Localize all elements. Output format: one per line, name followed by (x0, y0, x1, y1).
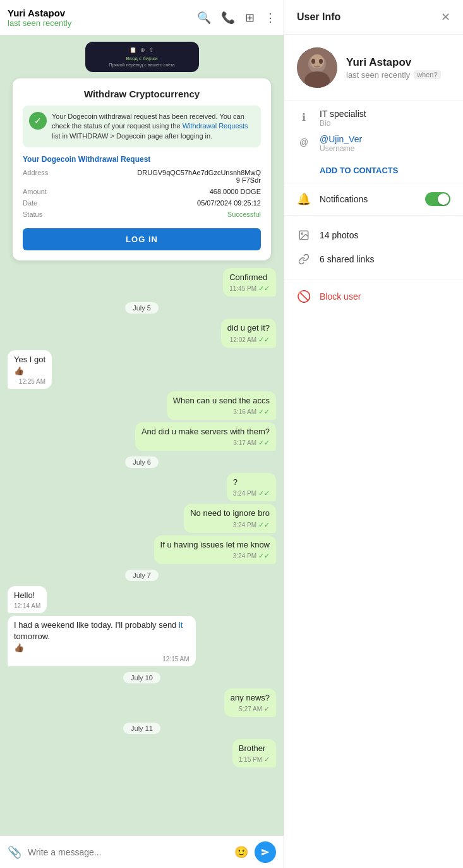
message-bubble: Brother 1:15 PM ✓ (232, 739, 276, 767)
success-text: Your Dogecoin withdrawal request has bee… (52, 112, 255, 141)
info-section: ℹ IT specialist Bio @ @Ujin_Ver Username… (284, 101, 463, 183)
avatar-image (297, 47, 337, 88)
date-divider: July 11 (8, 722, 276, 734)
bio-row: ℹ IT specialist Bio (297, 109, 450, 128)
chat-contact-name: Yuri Astapov (8, 8, 192, 18)
message-row: Yes I got👍🏾 12:25 AM (8, 350, 276, 389)
message-text: any news? (231, 692, 270, 704)
message-row: did u get it? 12:02 AM ✓✓ (8, 319, 276, 347)
date-badge: July 10 (123, 672, 160, 683)
crypto-status-row: Status Successful (23, 211, 261, 218)
message-meta: 3:24 PM ✓✓ (233, 489, 270, 498)
message-time: 12:15 AM (162, 656, 189, 663)
message-bubble: Hello! 12:14 AM (8, 586, 47, 613)
more-icon[interactable]: ⋮ (265, 11, 276, 25)
message-row: Brother 1:15 PM ✓ (8, 739, 276, 767)
message-time: 12:14 AM (14, 602, 40, 609)
photos-label: 14 photos (320, 230, 359, 240)
login-button[interactable]: LOG IN (23, 228, 261, 250)
when-badge[interactable]: when? (414, 70, 440, 79)
date-value: 05/07/2024 09:25:12 (197, 199, 261, 207)
check-icon: ✓✓ (258, 489, 270, 498)
links-label: 6 shared links (320, 254, 374, 264)
message-text: Confirmed (229, 272, 270, 283)
chat-input-bar: 📎 🙂 (0, 835, 284, 868)
username-row: @ @Ujin_Ver Username (297, 134, 450, 153)
message-bubble: I had a weekend like today. I'll probabl… (8, 616, 196, 666)
attach-icon[interactable]: 📎 (8, 845, 21, 859)
photos-row[interactable]: 14 photos (297, 223, 450, 247)
bell-icon: 🔔 (297, 192, 311, 206)
crypto-amount-row: Amount 468.0000 DOGE (23, 188, 261, 195)
message-meta: 1:15 PM ✓ (239, 755, 270, 764)
info-circle-icon: ℹ (297, 110, 311, 124)
chat-header: Yuri Astapov last seen recently 🔍 📞 ⊞ ⋮ (0, 0, 284, 35)
layout-icon[interactable]: ⊞ (245, 11, 255, 25)
user-profile-section: Yuri Astapov last seen recently when? (284, 35, 463, 101)
address-value: DRUGV9qQC57hAe7dGzcUnsnh8MwQ9 F7Sdr (135, 169, 261, 184)
bio-content: IT specialist Bio (320, 109, 366, 128)
message-text: When can u send the accs (173, 395, 270, 406)
date-divider: July 5 (8, 302, 276, 314)
chat-panel: Yuri Astapov last seen recently 🔍 📞 ⊞ ⋮ … (0, 0, 284, 868)
add-to-contacts-button[interactable]: ADD TO CONTACTS (297, 159, 450, 175)
message-time: 5:27 AM (239, 706, 262, 712)
message-time: 3:17 AM (233, 439, 256, 446)
phone-icon[interactable]: 📞 (221, 11, 235, 25)
check-icon: ✓✓ (258, 521, 270, 529)
check-icon: ✓✓ (258, 439, 270, 447)
crypto-success-box: ✓ Your Dogecoin withdrawal request has b… (23, 106, 261, 147)
block-label: Block user (320, 291, 361, 302)
avatar-svg (297, 47, 337, 88)
amount-value: 468.0000 DOGE (210, 188, 261, 195)
message-row: ? 3:24 PM ✓✓ (8, 473, 276, 501)
send-button[interactable] (255, 841, 276, 863)
message-meta: 12:15 AM (14, 656, 189, 663)
message-text: did u get it? (227, 322, 270, 334)
message-text: Yes I got👍🏾 (14, 354, 45, 377)
message-row: If u having issues let me know 3:24 PM ✓… (8, 535, 276, 564)
date-badge: July 11 (123, 723, 160, 734)
profile-info: Yuri Astapov last seen recently when? (346, 56, 441, 80)
notifications-section: 🔔 Notifications (284, 183, 463, 216)
notifications-toggle[interactable] (425, 192, 450, 206)
check-icon: ✓✓ (258, 284, 270, 293)
block-user-section[interactable]: 🚫 Block user (284, 279, 463, 314)
links-row[interactable]: 6 shared links (297, 247, 450, 271)
crypto-date-row: Date 05/07/2024 09:25:12 (23, 199, 261, 207)
withdrawal-link[interactable]: Withdrawal Requests (183, 122, 248, 130)
message-time: 1:15 PM (239, 756, 262, 763)
message-input[interactable] (28, 847, 228, 857)
emoji-icon[interactable]: 🙂 (234, 845, 248, 859)
message-meta: 3:24 PM ✓✓ (190, 521, 270, 529)
message-meta: 3:24 PM ✓✓ (160, 552, 270, 560)
bio-value: IT specialist (320, 109, 366, 119)
crypto-card-title: Withdraw Cryptocurrency (23, 89, 261, 99)
message-bubble: any news? 5:27 AM ✓ (224, 688, 276, 717)
chat-header-icons: 🔍 📞 ⊞ ⋮ (197, 11, 276, 25)
username-value: @Ujin_Ver (320, 134, 362, 144)
close-icon[interactable]: ✕ (441, 10, 450, 24)
user-info-title: User Info (297, 11, 340, 23)
message-text: ? (233, 477, 270, 488)
message-bubble: When can u send the accs 3:16 AM ✓✓ (167, 391, 276, 420)
date-badge: July 5 (125, 302, 159, 314)
chat-contact-status: last seen recently (8, 18, 192, 28)
date-label: Date (23, 199, 37, 207)
user-info-panel: User Info ✕ Yuri Astapov last se (284, 0, 463, 868)
date-badge: July 6 (125, 456, 159, 468)
message-bubble: did u get it? 12:02 AM ✓✓ (221, 319, 276, 347)
svg-point-4 (311, 59, 315, 64)
links-icon (297, 252, 311, 266)
date-badge: July 7 (125, 570, 159, 581)
message-meta: 3:17 AM ✓✓ (141, 439, 270, 447)
search-icon[interactable]: 🔍 (197, 11, 211, 25)
username-content: @Ujin_Ver Username (320, 134, 362, 153)
chat-header-info: Yuri Astapov last seen recently (8, 8, 192, 28)
at-icon: @ (297, 135, 311, 149)
check-icon: ✓✓ (258, 552, 270, 560)
message-meta: 12:25 AM (14, 378, 45, 385)
toggle-knob (438, 193, 449, 205)
message-bubble: No need to ignore bro 3:24 PM ✓✓ (184, 504, 276, 532)
profile-status: last seen recently (346, 70, 410, 80)
